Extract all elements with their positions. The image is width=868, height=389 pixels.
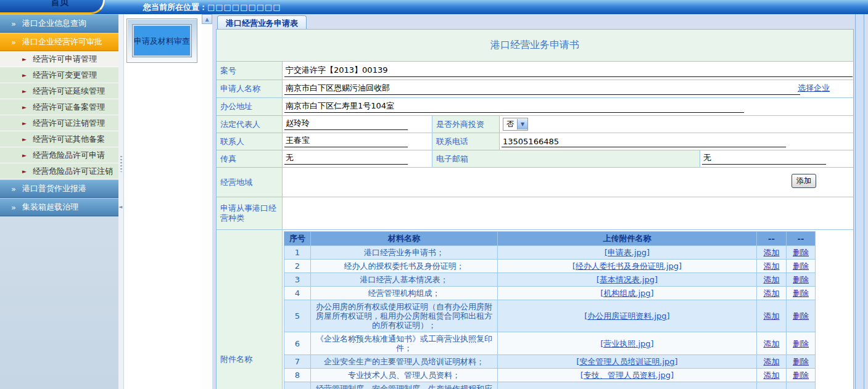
delete-attachment-link[interactable]: 删除 xyxy=(793,357,809,366)
office-address-field[interactable]: 南京市白下区仁寿里1号104室 xyxy=(284,100,744,113)
add-attachment-link[interactable]: 添加 xyxy=(764,339,780,348)
attachment-delete-cell: 删除 xyxy=(787,355,816,369)
sidebar-item-port-enterprise-info[interactable]: » 港口企业信息查询 xyxy=(0,14,118,33)
sidebar-item[interactable]: »集装箱超载治理 xyxy=(0,198,118,216)
application-form: 港口经营业务申请书 案号 宁交港许字【2013】00139 申请人名称 南京市白… xyxy=(216,29,854,389)
sidebar-subitem-label: 经营许可申请管理 xyxy=(33,54,97,65)
attachment-column-header: -- xyxy=(757,232,787,246)
applicant-name-field[interactable]: 南京市白下区恩赐污油回收部 xyxy=(284,83,800,95)
attachment-material-name: 《企业名称预先核准通知书》或工商营业执照复印件； xyxy=(311,332,498,355)
main-scrollbar[interactable] xyxy=(855,14,864,389)
breadcrumb-value: □□□□□□□□□ xyxy=(207,2,281,12)
attachment-delete-cell: 删除 xyxy=(787,382,816,389)
sidebar-subitem[interactable]: ►经营危险品许可证注销 xyxy=(0,163,118,179)
sidebar-submenu: ►经营许可申请管理►经营许可变更管理►经营许可证延续管理►经营许可证备案管理►经… xyxy=(0,51,118,179)
contact-person-field[interactable]: 王春宝 xyxy=(284,135,408,147)
sidebar-subitem[interactable]: ►经营危险品许可申请 xyxy=(0,147,118,163)
sidebar-subitem-label: 经营危险品许可证注销 xyxy=(33,166,113,177)
delete-attachment-link[interactable]: 删除 xyxy=(793,371,809,380)
attachment-file-cell: [经办人委托书及身份证明.jpg] xyxy=(498,260,757,273)
attachment-file-cell: [办公用房证明资料.jpg] xyxy=(498,300,757,332)
attachment-file-link[interactable]: [基本情况表.jpg] xyxy=(597,275,658,284)
splitter-grip-icon[interactable] xyxy=(120,156,122,172)
arrow-right-icon: ► xyxy=(22,168,27,174)
legal-rep-label: 法定代表人 xyxy=(217,116,283,133)
attachment-row: 6《企业名称预先核准通知书》或工商营业执照复印件；[营业执照.jpg]添加删除 xyxy=(284,332,816,355)
attachment-file-link[interactable]: [申请表.jpg] xyxy=(605,248,650,257)
add-attachment-link[interactable]: 添加 xyxy=(764,357,780,366)
task-frame: 申请及材料审查 xyxy=(124,14,202,389)
attachment-row: 3港口经营人基本情况表；[基本情况表.jpg]添加删除 xyxy=(284,273,816,287)
attachment-file-link[interactable]: [安全管理人员培训证明.jpg] xyxy=(576,357,677,366)
delete-attachment-link[interactable]: 删除 xyxy=(793,339,809,348)
legal-rep-field[interactable]: 赵玲玲 xyxy=(284,118,408,130)
attachment-column-header: 序号 xyxy=(284,232,311,246)
sidebar-subitem[interactable]: ►经营许可变更管理 xyxy=(0,67,118,83)
sidebar-subitem[interactable]: ►经营许可证备案管理 xyxy=(0,99,118,115)
foreign-invest-select[interactable]: 否 ▼ xyxy=(503,118,528,131)
sidebar-subitem-label: 经营危险品许可申请 xyxy=(33,150,105,161)
add-attachment-link[interactable]: 添加 xyxy=(764,275,780,284)
attachment-row-number: 4 xyxy=(284,287,311,300)
form-title: 港口经营业务申请书 xyxy=(217,30,853,62)
delete-attachment-link[interactable]: 删除 xyxy=(793,289,809,298)
sidebar-filler xyxy=(0,216,118,389)
delete-attachment-link[interactable]: 删除 xyxy=(793,261,809,271)
attachment-material-name: 港口经营业务申请书； xyxy=(311,246,498,260)
add-attachment-link[interactable]: 添加 xyxy=(764,289,780,298)
attachment-file-link[interactable]: [专技、管理人员资料.jpg] xyxy=(581,371,674,380)
attachment-row-number: 1 xyxy=(284,246,311,260)
attachment-row-number: 7 xyxy=(284,355,311,369)
sidebar-subitem[interactable]: ►经营许可证延续管理 xyxy=(0,83,118,99)
attachment-delete-cell: 删除 xyxy=(787,332,816,355)
add-attachment-link[interactable]: 添加 xyxy=(764,311,780,321)
tab-home[interactable]: 首页 xyxy=(51,0,69,8)
chevron-right-icon: » xyxy=(11,19,16,28)
attachment-row-number: 3 xyxy=(284,273,311,287)
contact-phone-field[interactable]: 13505166485 xyxy=(502,137,786,147)
attachment-delete-cell: 删除 xyxy=(787,260,816,273)
task-frame-scrollbar[interactable]: ▲ xyxy=(202,14,212,389)
attachment-file-link[interactable]: [办公用房证明资料.jpg] xyxy=(584,311,669,321)
add-attachment-link[interactable]: 添加 xyxy=(764,248,780,257)
attachment-row: 4经营管理机构组成；[机构组成.jpg]添加删除 xyxy=(284,287,816,300)
attachment-add-cell: 添加 xyxy=(757,369,787,382)
foreign-invest-label: 是否外商投资 xyxy=(432,116,500,133)
review-application-button[interactable]: 申请及材料审查 xyxy=(132,24,192,57)
sidebar-item-license-approval[interactable]: » 港口企业经营许可审批 xyxy=(0,33,118,51)
arrow-right-icon: ► xyxy=(22,72,27,78)
attachment-add-cell: 添加 xyxy=(757,355,787,369)
attachments-label: 附件名称 xyxy=(217,230,283,389)
frame-splitter[interactable]: ◄ xyxy=(118,14,124,389)
attachment-row-number: 6 xyxy=(284,332,311,355)
select-enterprise-link[interactable]: 选择企业 xyxy=(798,83,830,94)
scroll-up-icon[interactable]: ▲ xyxy=(202,14,212,24)
attachment-file-link[interactable]: [机构组成.jpg] xyxy=(600,289,653,298)
chevron-right-icon: » xyxy=(11,203,16,212)
delete-attachment-link[interactable]: 删除 xyxy=(793,275,809,284)
attachment-material-name: 专业技术人员、管理人员资料； xyxy=(311,369,498,382)
fax-field[interactable]: 无 xyxy=(284,152,408,165)
attachment-add-cell: 添加 xyxy=(757,246,787,260)
business-types-field[interactable] xyxy=(283,197,853,229)
case-no-field[interactable]: 宁交港许字【2013】00139 xyxy=(284,65,853,77)
sidebar-subitem-label: 经营许可证注销管理 xyxy=(33,118,105,129)
attachment-delete-cell: 删除 xyxy=(787,273,816,287)
sidebar-subitem[interactable]: ►经营许可证其他备案 xyxy=(0,131,118,147)
delete-attachment-link[interactable]: 删除 xyxy=(793,311,809,321)
delete-attachment-link[interactable]: 删除 xyxy=(793,248,809,257)
sidebar-subitem[interactable]: ►经营许可证注销管理 xyxy=(0,115,118,131)
attachment-add-cell: 添加 xyxy=(757,332,787,355)
collapse-left-icon[interactable]: ◄ xyxy=(118,204,122,210)
sidebar-item[interactable]: »港口普货作业报港 xyxy=(0,179,118,198)
add-attachment-link[interactable]: 添加 xyxy=(764,371,780,380)
attachment-file-link[interactable]: [营业执照.jpg] xyxy=(600,339,653,348)
add-region-button[interactable]: 添加 xyxy=(792,174,816,188)
add-attachment-link[interactable]: 添加 xyxy=(764,261,780,271)
attachment-row-number: 9 xyxy=(284,382,311,389)
attachment-row: 5办公用房的所有权或使用权证明（自有办公用房附房屋所有权证明，租用办公房附租赁合… xyxy=(284,300,816,332)
email-field[interactable]: 无 xyxy=(702,152,826,165)
attachment-file-link[interactable]: [经办人委托书及身份证明.jpg] xyxy=(572,261,682,271)
sidebar-subitem[interactable]: ►经营许可申请管理 xyxy=(0,51,118,67)
sidebar-nav: » 港口企业信息查询 » 港口企业经营许可审批 ►经营许可申请管理►经营许可变更… xyxy=(0,14,118,389)
